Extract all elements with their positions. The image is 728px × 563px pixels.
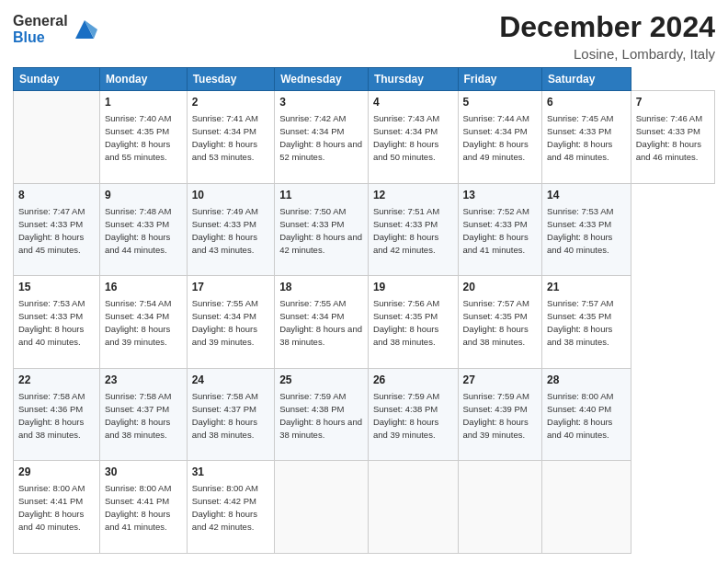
day-info: Sunrise: 7:41 AMSunset: 4:34 PMDaylight:… <box>192 113 258 162</box>
calendar-day-cell: 23Sunrise: 7:58 AMSunset: 4:37 PMDayligh… <box>100 368 188 461</box>
day-number: 19 <box>373 280 453 295</box>
day-number: 18 <box>279 280 363 295</box>
calendar-day-cell: 22Sunrise: 7:58 AMSunset: 4:36 PMDayligh… <box>14 368 100 461</box>
calendar-day-cell: 19Sunrise: 7:56 AMSunset: 4:35 PMDayligh… <box>368 276 458 369</box>
main-title: December 2024 <box>499 9 715 44</box>
day-info: Sunrise: 7:58 AMSunset: 4:36 PMDaylight:… <box>18 391 85 440</box>
calendar-day-cell: 29Sunrise: 8:00 AMSunset: 4:41 PMDayligh… <box>14 461 100 554</box>
day-number: 2 <box>192 95 270 110</box>
day-number: 11 <box>279 188 363 203</box>
day-info: Sunrise: 7:59 AMSunset: 4:39 PMDaylight:… <box>463 391 529 440</box>
calendar-week-row: 22Sunrise: 7:58 AMSunset: 4:36 PMDayligh… <box>14 368 715 461</box>
day-number: 15 <box>18 280 95 295</box>
calendar-week-row: 15Sunrise: 7:53 AMSunset: 4:33 PMDayligh… <box>14 276 715 369</box>
day-info: Sunrise: 7:45 AMSunset: 4:33 PMDaylight:… <box>547 113 613 162</box>
day-number: 7 <box>636 95 710 110</box>
day-info: Sunrise: 7:57 AMSunset: 4:35 PMDaylight:… <box>547 298 613 347</box>
calendar-day-cell: 25Sunrise: 7:59 AMSunset: 4:38 PMDayligh… <box>275 368 369 461</box>
day-info: Sunrise: 7:55 AMSunset: 4:34 PMDaylight:… <box>192 298 258 347</box>
logo-general-text: General <box>13 13 68 29</box>
day-number: 20 <box>463 280 538 295</box>
calendar-day-cell: 30Sunrise: 8:00 AMSunset: 4:41 PMDayligh… <box>100 461 188 554</box>
calendar-day-cell: 15Sunrise: 7:53 AMSunset: 4:33 PMDayligh… <box>14 276 100 369</box>
day-number: 10 <box>192 188 270 203</box>
calendar-day-cell: 27Sunrise: 7:59 AMSunset: 4:39 PMDayligh… <box>458 368 542 461</box>
subtitle: Losine, Lombardy, Italy <box>499 46 715 62</box>
day-info: Sunrise: 7:52 AMSunset: 4:33 PMDaylight:… <box>463 206 529 255</box>
day-number: 17 <box>192 280 270 295</box>
weekday-header: Thursday <box>368 68 458 91</box>
logo-text: General Blue <box>13 13 68 45</box>
calendar-day-cell: 2Sunrise: 7:41 AMSunset: 4:34 PMDaylight… <box>187 91 275 184</box>
day-info: Sunrise: 7:53 AMSunset: 4:33 PMDaylight:… <box>547 206 613 255</box>
day-info: Sunrise: 7:42 AMSunset: 4:34 PMDaylight:… <box>279 113 362 162</box>
day-info: Sunrise: 7:56 AMSunset: 4:35 PMDaylight:… <box>373 298 439 347</box>
logo: General Blue <box>13 13 97 45</box>
calendar-day-cell: 9Sunrise: 7:48 AMSunset: 4:33 PMDaylight… <box>100 183 188 276</box>
header: General Blue December 2024 Losine, Lomba… <box>13 9 715 62</box>
day-number: 31 <box>192 465 270 480</box>
day-info: Sunrise: 7:46 AMSunset: 4:33 PMDaylight:… <box>636 113 702 162</box>
calendar-day-cell: 20Sunrise: 7:57 AMSunset: 4:35 PMDayligh… <box>458 276 542 369</box>
day-number: 12 <box>373 188 453 203</box>
day-number: 16 <box>105 280 182 295</box>
calendar-day-cell: 17Sunrise: 7:55 AMSunset: 4:34 PMDayligh… <box>187 276 275 369</box>
day-number: 30 <box>105 465 182 480</box>
weekday-header: Wednesday <box>275 68 369 91</box>
day-info: Sunrise: 7:44 AMSunset: 4:34 PMDaylight:… <box>463 113 529 162</box>
day-number: 4 <box>373 95 453 110</box>
calendar-day-cell: 28Sunrise: 8:00 AMSunset: 4:40 PMDayligh… <box>542 368 631 461</box>
day-number: 9 <box>105 188 182 203</box>
calendar-week-row: 8Sunrise: 7:47 AMSunset: 4:33 PMDaylight… <box>14 183 715 276</box>
calendar-day-cell: 10Sunrise: 7:49 AMSunset: 4:33 PMDayligh… <box>187 183 275 276</box>
day-info: Sunrise: 7:43 AMSunset: 4:34 PMDaylight:… <box>373 113 439 162</box>
day-info: Sunrise: 7:57 AMSunset: 4:35 PMDaylight:… <box>463 298 529 347</box>
day-number: 28 <box>547 373 626 388</box>
calendar-day-cell: 13Sunrise: 7:52 AMSunset: 4:33 PMDayligh… <box>458 183 542 276</box>
calendar-day-cell: 26Sunrise: 7:59 AMSunset: 4:38 PMDayligh… <box>368 368 458 461</box>
calendar-day-cell: 3Sunrise: 7:42 AMSunset: 4:34 PMDaylight… <box>275 91 369 184</box>
logo-blue-text: Blue <box>13 29 68 46</box>
calendar-week-row: 1Sunrise: 7:40 AMSunset: 4:35 PMDaylight… <box>14 91 715 184</box>
calendar-day-cell <box>368 461 458 554</box>
weekday-header: Monday <box>100 68 188 91</box>
calendar-day-cell <box>275 461 369 554</box>
day-info: Sunrise: 7:58 AMSunset: 4:37 PMDaylight:… <box>105 391 171 440</box>
calendar-day-cell: 12Sunrise: 7:51 AMSunset: 4:33 PMDayligh… <box>368 183 458 276</box>
calendar-day-cell: 16Sunrise: 7:54 AMSunset: 4:34 PMDayligh… <box>100 276 188 369</box>
calendar-day-cell: 11Sunrise: 7:50 AMSunset: 4:33 PMDayligh… <box>275 183 369 276</box>
calendar-day-cell: 18Sunrise: 7:55 AMSunset: 4:34 PMDayligh… <box>275 276 369 369</box>
day-number: 25 <box>279 373 363 388</box>
calendar-header-row: SundayMondayTuesdayWednesdayThursdayFrid… <box>14 68 715 91</box>
day-info: Sunrise: 7:58 AMSunset: 4:37 PMDaylight:… <box>192 391 258 440</box>
day-info: Sunrise: 8:00 AMSunset: 4:41 PMDaylight:… <box>18 483 85 532</box>
calendar-day-cell: 24Sunrise: 7:58 AMSunset: 4:37 PMDayligh… <box>187 368 275 461</box>
day-number: 14 <box>547 188 626 203</box>
weekday-header: Saturday <box>542 68 631 91</box>
day-info: Sunrise: 7:47 AMSunset: 4:33 PMDaylight:… <box>18 206 85 255</box>
day-info: Sunrise: 7:49 AMSunset: 4:33 PMDaylight:… <box>192 206 258 255</box>
day-number: 23 <box>105 373 182 388</box>
weekday-header: Friday <box>458 68 542 91</box>
empty-cell <box>14 91 100 184</box>
day-number: 21 <box>547 280 626 295</box>
calendar-day-cell: 1Sunrise: 7:40 AMSunset: 4:35 PMDaylight… <box>100 91 188 184</box>
logo-icon <box>72 17 97 42</box>
calendar-day-cell: 14Sunrise: 7:53 AMSunset: 4:33 PMDayligh… <box>542 183 631 276</box>
day-info: Sunrise: 8:00 AMSunset: 4:41 PMDaylight:… <box>105 483 171 532</box>
calendar-day-cell: 21Sunrise: 7:57 AMSunset: 4:35 PMDayligh… <box>542 276 631 369</box>
day-number: 13 <box>463 188 538 203</box>
day-number: 22 <box>18 373 95 388</box>
calendar-day-cell <box>458 461 542 554</box>
calendar-day-cell: 31Sunrise: 8:00 AMSunset: 4:42 PMDayligh… <box>187 461 275 554</box>
calendar-day-cell: 4Sunrise: 7:43 AMSunset: 4:34 PMDaylight… <box>368 91 458 184</box>
day-info: Sunrise: 7:53 AMSunset: 4:33 PMDaylight:… <box>18 298 85 347</box>
day-number: 1 <box>105 95 182 110</box>
day-number: 5 <box>463 95 538 110</box>
calendar-day-cell: 7Sunrise: 7:46 AMSunset: 4:33 PMDaylight… <box>631 91 714 184</box>
day-info: Sunrise: 7:59 AMSunset: 4:38 PMDaylight:… <box>279 391 362 440</box>
day-info: Sunrise: 7:50 AMSunset: 4:33 PMDaylight:… <box>279 206 362 255</box>
day-info: Sunrise: 7:40 AMSunset: 4:35 PMDaylight:… <box>105 113 171 162</box>
page: General Blue December 2024 Losine, Lomba… <box>0 0 728 563</box>
day-number: 3 <box>279 95 363 110</box>
